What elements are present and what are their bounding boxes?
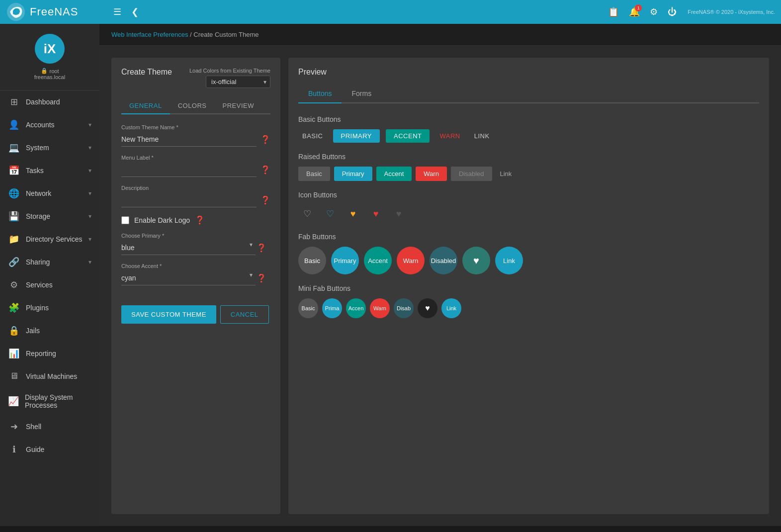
sidebar-item-label: System (26, 144, 49, 152)
menu-toggle-button[interactable]: ☰ (109, 2, 125, 21)
mini-fab-buttons-row: Basic Prima Accen Warn Disab ♥ Link (298, 298, 759, 318)
sidebar-item-shell[interactable]: ➜ Shell (0, 415, 99, 438)
menu-label-help-icon[interactable]: ❓ (260, 165, 270, 175)
chevron-down-icon: ▾ (88, 121, 91, 128)
mini-fab-accent[interactable]: Accen (346, 298, 366, 318)
sidebar-item-dashboard[interactable]: ⊞ Dashboard (0, 90, 99, 113)
icon-button-outline-blue[interactable]: ♡ (321, 205, 339, 223)
raised-button-warn[interactable]: Warn (416, 167, 447, 181)
theme-name-input[interactable] (121, 132, 257, 147)
basic-buttons-row: BASIC PRIMARY ACCENT WARN LINK (298, 129, 759, 143)
reporting-icon: 📊 (8, 348, 20, 359)
enable-dark-logo-label[interactable]: Enable Dark Logo (134, 216, 190, 224)
preview-content: Basic Buttons BASIC PRIMARY ACCENT WARN … (298, 115, 759, 504)
user-host: freenas.local (10, 74, 89, 80)
fab-button-accent[interactable]: Accent (364, 247, 392, 274)
breadcrumb: Web Interface Preferences / Create Custo… (99, 24, 781, 46)
theme-name-help-icon[interactable]: ❓ (260, 135, 270, 144)
clipboard-button[interactable]: 📋 (605, 3, 622, 20)
tab-colors[interactable]: COLORS (170, 98, 215, 113)
primary-color-select[interactable]: blue cyan red green (121, 241, 256, 255)
raised-button-accent[interactable]: Accent (376, 167, 412, 181)
raised-button-link[interactable]: Link (496, 167, 516, 181)
existing-theme-select[interactable]: ix-official default dark midnight (206, 76, 270, 88)
sidebar-item-directory-services[interactable]: 📁 Directory Services ▾ (0, 228, 99, 251)
sidebar-item-label: Plugins (26, 304, 49, 312)
enable-dark-logo-checkbox[interactable] (121, 216, 129, 224)
notifications-button[interactable]: 🔔 1 (626, 3, 643, 20)
basic-button-primary[interactable]: PRIMARY (333, 129, 380, 143)
tab-buttons[interactable]: Buttons (298, 85, 342, 103)
mini-fab-warn[interactable]: Warn (370, 298, 390, 318)
create-theme-title: Create Theme (121, 68, 172, 77)
sidebar-item-accounts[interactable]: 👤 Accounts ▾ (0, 113, 99, 136)
mini-fab-primary[interactable]: Prima (322, 298, 342, 318)
action-buttons: SAVE CUSTOM THEME CANCEL (121, 305, 270, 324)
sidebar-item-plugins[interactable]: 🧩 Plugins (0, 296, 99, 319)
menu-label-input[interactable] (121, 163, 257, 177)
icon-button-outline-gray[interactable]: ♡ (298, 205, 316, 223)
basic-button-link[interactable]: LINK (470, 130, 494, 142)
breadcrumb-parent-link[interactable]: Web Interface Preferences (111, 31, 188, 38)
dashboard-icon: ⊞ (8, 96, 20, 107)
sidebar-item-system[interactable]: 💻 System ▾ (0, 136, 99, 159)
sidebar-item-label: Virtual Machines (26, 372, 77, 380)
basic-button-basic[interactable]: BASIC (298, 130, 327, 142)
sidebar-item-guide[interactable]: ℹ Guide (0, 438, 99, 461)
directory-services-icon: 📁 (8, 234, 20, 245)
fab-button-link-heart[interactable]: ♥ (462, 247, 490, 274)
sidebar-item-services[interactable]: ⚙ Services (0, 273, 99, 296)
tab-preview[interactable]: PREVIEW (215, 98, 262, 113)
breadcrumb-separator: / (190, 31, 192, 38)
load-colors-label: Load Colors from Existing Theme (189, 68, 270, 74)
username: root (50, 68, 59, 74)
preview-tabs: Buttons Forms (298, 85, 759, 103)
sidebar-item-tasks[interactable]: 📅 Tasks ▾ (0, 159, 99, 182)
fab-button-warn[interactable]: Warn (397, 247, 425, 274)
basic-button-warn[interactable]: WARN (435, 130, 464, 142)
mini-fab-heart[interactable]: ♥ (418, 298, 437, 318)
sidebar-item-storage[interactable]: 💾 Storage ▾ (0, 205, 99, 228)
avatar-text: iX (44, 41, 56, 57)
raised-button-basic[interactable]: Basic (298, 167, 330, 181)
cancel-button[interactable]: CANCEL (220, 305, 269, 324)
sidebar-item-jails[interactable]: 🔒 Jails (0, 319, 99, 342)
network-icon: 🌐 (8, 188, 20, 199)
primary-help-icon[interactable]: ❓ (257, 243, 266, 253)
sidebar-item-virtual-machines[interactable]: 🖥 Virtual Machines (0, 365, 99, 387)
tab-forms[interactable]: Forms (342, 85, 381, 102)
sidebar-item-reporting[interactable]: 📊 Reporting (0, 342, 99, 365)
basic-button-accent[interactable]: ACCENT (386, 129, 430, 143)
chevron-down-icon: ▾ (88, 236, 91, 243)
fab-button-basic[interactable]: Basic (298, 247, 326, 274)
accent-help-icon[interactable]: ❓ (257, 273, 266, 283)
theme-name-group: Custom Theme Name * ❓ (121, 124, 270, 147)
user-lock-row: 🔒 root (10, 68, 89, 74)
fab-button-link[interactable]: Link (495, 247, 523, 274)
plugins-icon: 🧩 (8, 302, 20, 313)
accent-color-select[interactable]: cyan blue red green (121, 271, 256, 285)
dark-logo-help-icon[interactable]: ❓ (195, 215, 205, 225)
vm-icon: 🖥 (8, 371, 20, 381)
sidebar-item-label: Tasks (26, 167, 44, 175)
settings-button[interactable]: ⚙ (647, 3, 661, 20)
chevron-down-icon: ▾ (88, 190, 91, 197)
sidebar-item-network[interactable]: 🌐 Network ▾ (0, 182, 99, 205)
raised-button-primary[interactable]: Primary (334, 167, 372, 181)
icon-button-red[interactable]: ♥ (367, 205, 385, 223)
power-button[interactable]: ⏻ (665, 4, 680, 20)
mini-fab-basic[interactable]: Basic (298, 298, 318, 318)
back-button[interactable]: ❮ (127, 2, 143, 21)
load-colors-section: Load Colors from Existing Theme ix-offic… (189, 68, 270, 88)
description-help-icon[interactable]: ❓ (260, 195, 270, 205)
tab-general[interactable]: GENERAL (121, 98, 170, 114)
icon-button-yellow[interactable]: ♥ (344, 205, 362, 223)
icon-button-dark[interactable]: ♥ (390, 205, 408, 223)
sidebar-item-sharing[interactable]: 🔗 Sharing ▾ (0, 251, 99, 273)
mini-fab-link[interactable]: Link (441, 298, 461, 318)
save-custom-theme-button[interactable]: SAVE CUSTOM THEME (121, 305, 216, 324)
description-input[interactable] (121, 193, 257, 207)
main-layout: iX 🔒 root freenas.local ⊞ Dashboard 👤 Ac… (0, 24, 781, 526)
fab-button-primary[interactable]: Primary (331, 247, 359, 274)
sidebar-item-display-system-processes[interactable]: 📈 Display System Processes (0, 387, 99, 415)
